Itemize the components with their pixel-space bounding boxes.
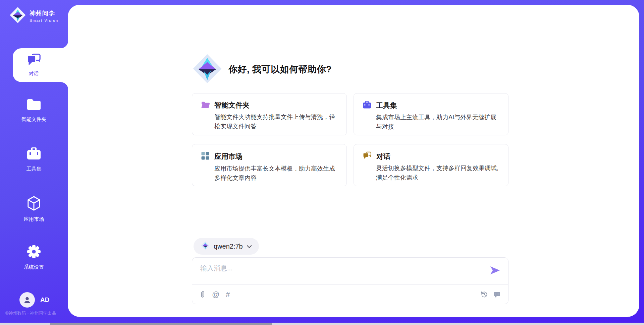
- scrollbar-thumb[interactable]: [50, 323, 272, 325]
- chat-bubbles-icon: [26, 53, 41, 68]
- model-name: qwen2:7b: [214, 243, 243, 250]
- card-chat[interactable]: 对话 灵活切换多模型文件，支持多样回复效果调试,满足个性化需求: [354, 144, 508, 186]
- avatar: [19, 292, 35, 308]
- card-toolset[interactable]: 工具集 集成市场上主流工具，助力AI与外界无缝扩展与对接: [354, 93, 508, 135]
- main-panel: 你好, 我可以如何帮助你? 智能文件夹 智能文件夹功能支持批量文件上传与清洗，轻…: [68, 5, 639, 317]
- folder-icon: [26, 98, 42, 113]
- cube-icon: [27, 196, 41, 212]
- sidebar: 神州问学 Smart Vision 对话 智能文件夹: [0, 0, 68, 325]
- app-window: 你好, 我可以如何帮助你? 智能文件夹 智能文件夹功能支持批量文件上传与清洗，轻…: [0, 0, 644, 325]
- mention-button[interactable]: @: [212, 291, 219, 298]
- sidebar-item-label: 工具集: [26, 166, 42, 172]
- sidebar-item-app-market[interactable]: 应用市场: [0, 196, 68, 222]
- brand-diamond-logo-icon: [192, 54, 222, 85]
- grid-icon: [201, 151, 210, 161]
- app-subtitle: Smart Vision: [30, 18, 58, 22]
- history-icon: [481, 291, 488, 298]
- sidebar-item-settings[interactable]: 系统设置: [0, 244, 68, 270]
- diamond-logo-icon: [9, 7, 26, 25]
- card-desc: 灵活切换多模型文件，支持多样回复效果调试,满足个性化需求: [376, 164, 499, 182]
- card-desc: 集成市场上主流工具，助力AI与外界无缝扩展与对接: [376, 113, 499, 131]
- greeting-title: 你好, 我可以如何帮助你?: [228, 63, 332, 75]
- chat-bubble-icon: [493, 291, 501, 298]
- card-title: 工具集: [376, 101, 397, 110]
- sidebar-item-chat[interactable]: 对话: [13, 48, 68, 82]
- sidebar-item-toolset[interactable]: 工具集: [0, 147, 68, 172]
- person-icon: [23, 296, 32, 304]
- briefcase-icon: [26, 147, 42, 162]
- attachment-button[interactable]: [200, 290, 206, 299]
- card-desc: 应用市场提供丰富长文本模板，助力高效生成多样化文章内容: [214, 164, 338, 183]
- card-title: 智能文件夹: [214, 101, 250, 110]
- card-title: 对话: [376, 152, 390, 161]
- copyright-text: ©神州数码 · 神州问学出品: [5, 310, 56, 316]
- greeting-block: 你好, 我可以如何帮助你?: [192, 54, 332, 85]
- user-initials: AD: [40, 296, 49, 304]
- send-icon: [490, 266, 500, 275]
- topic-button[interactable]: #: [226, 291, 230, 298]
- sidebar-item-label: 应用市场: [24, 216, 44, 222]
- card-title: 应用市场: [214, 152, 243, 161]
- folder-open-icon: [201, 101, 210, 110]
- sidebar-item-label: 对话: [29, 71, 39, 77]
- sidebar-item-smart-folder[interactable]: 智能文件夹: [0, 98, 68, 123]
- feedback-button[interactable]: [493, 291, 501, 298]
- model-selector[interactable]: qwen2:7b: [194, 238, 259, 255]
- feature-cards: 智能文件夹 智能文件夹功能支持批量文件上传与清洗，轻松实现文件问答: [192, 93, 508, 186]
- sidebar-item-label: 智能文件夹: [21, 116, 47, 123]
- briefcase-icon: [363, 101, 371, 110]
- card-app-market[interactable]: 应用市场 应用市场提供丰富长文本模板，助力高效生成多样化文章内容: [192, 144, 347, 186]
- message-input[interactable]: [192, 258, 508, 284]
- card-smart-folder[interactable]: 智能文件夹 智能文件夹功能支持批量文件上传与清洗，轻松实现文件问答: [192, 93, 347, 135]
- app-name: 神州问学: [30, 9, 58, 17]
- user-profile[interactable]: AD: [19, 292, 49, 308]
- gear-icon: [26, 244, 41, 260]
- app-logo: 神州问学 Smart Vision: [9, 7, 58, 25]
- composer-toolbar: @ #: [192, 284, 508, 304]
- card-desc: 智能文件夹功能支持批量文件上传与清洗，轻松实现文件问答: [214, 112, 338, 131]
- paperclip-icon: [200, 290, 206, 299]
- sidebar-item-label: 系统设置: [24, 264, 44, 270]
- send-button[interactable]: [490, 266, 500, 275]
- horizontal-scrollbar[interactable]: [0, 323, 644, 325]
- message-composer: @ #: [192, 257, 508, 304]
- chevron-down-icon: [247, 243, 252, 249]
- history-button[interactable]: [481, 291, 488, 298]
- diamond-logo-icon: [201, 241, 210, 251]
- chat-bubbles-icon: [363, 151, 372, 161]
